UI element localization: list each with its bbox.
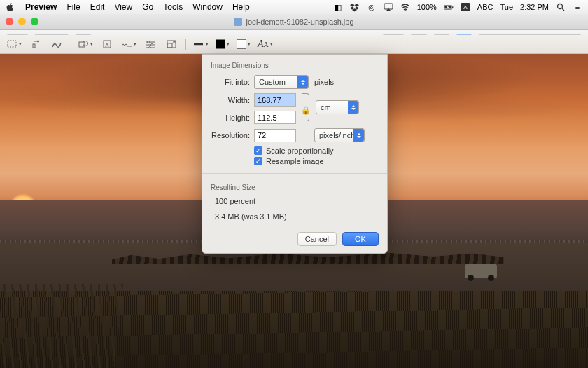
clock-time[interactable]: 2:32 PM xyxy=(520,3,549,11)
height-label: Height: xyxy=(211,114,250,122)
resample-image-checkbox[interactable]: ✓Resample image xyxy=(254,157,379,165)
menu-edit[interactable]: Edit xyxy=(90,2,105,12)
separator xyxy=(71,39,71,50)
resolution-unit-select[interactable]: pixels/inch xyxy=(314,128,365,142)
svg-point-37 xyxy=(149,46,151,48)
instant-alpha-tool[interactable] xyxy=(29,37,43,51)
svg-point-29 xyxy=(83,41,88,46)
spotlight-icon[interactable] xyxy=(556,2,566,12)
dialog-section-header: Image Dimensions xyxy=(211,62,379,69)
adjust-color-tool[interactable] xyxy=(144,37,158,51)
width-label: Width: xyxy=(211,96,250,104)
window-title: joel-demott-91082-unsplash.jpg xyxy=(246,18,354,26)
menu-view[interactable]: View xyxy=(114,2,132,12)
window-controls xyxy=(6,18,38,25)
fit-into-unit: pixels xyxy=(314,78,334,86)
document-proxy-icon[interactable] xyxy=(234,18,242,26)
menu-file[interactable]: File xyxy=(66,2,80,12)
window-titlebar: joel-demott-91082-unsplash.jpg xyxy=(0,14,588,30)
svg-rect-39 xyxy=(167,43,172,48)
scale-proportionally-checkbox[interactable]: ✓Scale proportionally xyxy=(254,146,379,155)
fit-into-select[interactable]: Custom xyxy=(254,75,309,89)
shapes-tool[interactable]: ▾ xyxy=(78,37,93,51)
ok-button[interactable]: OK xyxy=(342,232,379,246)
cancel-button[interactable]: Cancel xyxy=(298,232,337,246)
fill-color-tool[interactable]: ▾ xyxy=(237,37,251,51)
adjust-size-tool[interactable] xyxy=(164,37,178,51)
text-tool[interactable]: A xyxy=(100,37,114,51)
menu-tools[interactable]: Tools xyxy=(163,2,183,12)
window-minimize[interactable] xyxy=(18,18,26,25)
menu-go[interactable]: Go xyxy=(142,2,153,12)
separator xyxy=(186,39,186,50)
resulting-filesize: 3.4 MB (was 3.1 MB) xyxy=(215,212,379,221)
text-style-tool[interactable]: AA▾ xyxy=(258,37,273,51)
sketch-tool[interactable] xyxy=(50,37,64,51)
airplay-icon[interactable] xyxy=(384,2,393,12)
svg-rect-26 xyxy=(33,44,35,48)
window-close[interactable] xyxy=(6,18,13,25)
window-zoom[interactable] xyxy=(31,18,38,25)
menu-window[interactable]: Window xyxy=(192,2,223,12)
svg-point-27 xyxy=(37,40,38,41)
fit-into-label: Fit into: xyxy=(211,78,250,86)
markup-toolbar: ▾ ▾ A ▾ ▾ ▾ ▾ AA▾ xyxy=(0,35,588,54)
svg-point-5 xyxy=(558,4,563,9)
app-name[interactable]: Preview xyxy=(25,2,57,12)
input-source-icon[interactable]: A xyxy=(461,3,470,11)
svg-rect-28 xyxy=(79,42,85,47)
svg-rect-3 xyxy=(452,6,453,8)
adjust-size-dialog: Image Dimensions Fit into: Custom pixels… xyxy=(202,54,388,254)
svg-point-1 xyxy=(405,10,406,11)
line-style-tool[interactable]: ▾ xyxy=(193,37,209,51)
input-source-label[interactable]: ABC xyxy=(477,3,493,11)
height-field[interactable] xyxy=(254,111,296,124)
clock-day[interactable]: Tue xyxy=(500,3,513,11)
svg-rect-0 xyxy=(384,4,393,9)
svg-line-6 xyxy=(562,8,564,11)
selection-tool[interactable]: ▾ xyxy=(7,37,22,51)
status-icon-1[interactable]: ◧ xyxy=(333,2,343,12)
dropbox-icon[interactable] xyxy=(350,2,360,12)
battery-percent: 100% xyxy=(417,3,437,11)
apple-menu[interactable] xyxy=(6,2,15,12)
battery-charging-icon[interactable] xyxy=(444,2,454,12)
svg-point-35 xyxy=(151,43,153,46)
wifi-icon[interactable] xyxy=(400,2,410,12)
svg-text:A: A xyxy=(105,42,109,48)
width-field[interactable] xyxy=(254,93,296,107)
resulting-percent: 100 percent xyxy=(215,197,379,205)
sign-tool[interactable]: ▾ xyxy=(121,37,136,51)
lock-aspect-icon[interactable]: 🔒 xyxy=(300,106,312,115)
status-icon-3[interactable]: ◎ xyxy=(367,2,377,12)
svg-rect-25 xyxy=(8,41,16,47)
resolution-label: Resolution: xyxy=(211,131,250,139)
svg-point-33 xyxy=(148,41,150,43)
resolution-field[interactable] xyxy=(254,129,296,142)
menu-help[interactable]: Help xyxy=(232,2,250,12)
macos-menubar: Preview File Edit View Go Tools Window H… xyxy=(0,0,588,14)
menu-extras-icon[interactable]: ≡ xyxy=(573,2,582,12)
border-color-tool[interactable]: ▾ xyxy=(216,37,230,51)
unit-select[interactable]: cm xyxy=(316,100,359,114)
resulting-size-header: Resulting Size xyxy=(211,184,379,191)
